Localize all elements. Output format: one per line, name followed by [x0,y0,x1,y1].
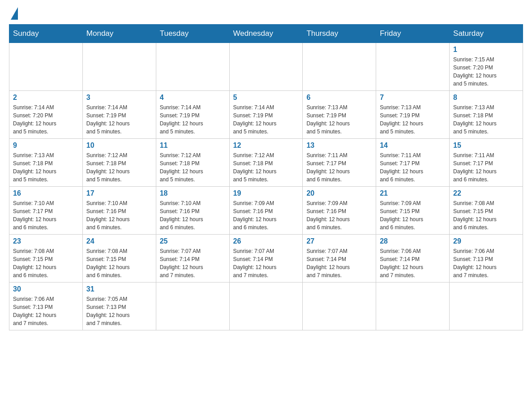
calendar-cell [303,43,376,91]
calendar-cell: 19Sunrise: 7:09 AM Sunset: 7:16 PM Dayli… [229,187,303,235]
calendar-cell [229,43,303,91]
day-info: Sunrise: 7:14 AM Sunset: 7:20 PM Dayligh… [13,103,79,136]
day-info: Sunrise: 7:13 AM Sunset: 7:19 PM Dayligh… [380,103,446,136]
day-info: Sunrise: 7:07 AM Sunset: 7:14 PM Dayligh… [233,247,299,279]
calendar-cell: 31Sunrise: 7:05 AM Sunset: 7:13 PM Dayli… [82,283,156,330]
day-number: 17 [86,189,152,197]
calendar-cell: 29Sunrise: 7:06 AM Sunset: 7:13 PM Dayli… [450,235,523,283]
calendar-cell: 28Sunrise: 7:06 AM Sunset: 7:14 PM Dayli… [376,235,450,283]
weekday-header-saturday: Saturday [450,25,523,43]
calendar-cell [156,283,229,330]
day-number: 8 [453,94,519,102]
day-number: 26 [233,237,299,245]
weekday-header-sunday: Sunday [9,25,83,43]
calendar-cell: 26Sunrise: 7:07 AM Sunset: 7:14 PM Dayli… [229,235,303,283]
day-number: 30 [13,285,79,293]
day-number: 7 [380,94,446,102]
calendar-cell: 12Sunrise: 7:12 AM Sunset: 7:18 PM Dayli… [229,139,303,187]
day-number: 15 [453,141,519,150]
day-info: Sunrise: 7:10 AM Sunset: 7:16 PM Dayligh… [86,199,152,231]
calendar-week-6: 30Sunrise: 7:06 AM Sunset: 7:13 PM Dayli… [9,283,523,330]
day-info: Sunrise: 7:05 AM Sunset: 7:13 PM Dayligh… [86,295,152,327]
day-number: 25 [160,237,226,245]
day-info: Sunrise: 7:12 AM Sunset: 7:18 PM Dayligh… [86,151,152,184]
calendar-cell [9,43,83,91]
day-number: 12 [233,141,299,150]
calendar-cell [82,43,156,91]
logo [9,9,18,20]
calendar-cell: 25Sunrise: 7:07 AM Sunset: 7:14 PM Dayli… [156,235,229,283]
day-number: 2 [13,94,79,102]
day-info: Sunrise: 7:14 AM Sunset: 7:19 PM Dayligh… [86,103,152,136]
calendar-table: SundayMondayTuesdayWednesdayThursdayFrid… [9,24,523,330]
day-number: 22 [453,189,519,197]
day-number: 29 [453,237,519,245]
calendar-cell [450,283,523,330]
day-info: Sunrise: 7:08 AM Sunset: 7:15 PM Dayligh… [453,199,519,231]
day-info: Sunrise: 7:14 AM Sunset: 7:19 PM Dayligh… [233,103,299,136]
calendar-week-2: 2Sunrise: 7:14 AM Sunset: 7:20 PM Daylig… [9,91,523,139]
calendar-cell [303,283,376,330]
calendar-cell: 13Sunrise: 7:11 AM Sunset: 7:17 PM Dayli… [303,139,376,187]
day-number: 5 [233,94,299,102]
day-number: 24 [86,237,152,245]
day-number: 20 [306,189,372,197]
day-info: Sunrise: 7:08 AM Sunset: 7:15 PM Dayligh… [13,247,79,279]
calendar-cell: 22Sunrise: 7:08 AM Sunset: 7:15 PM Dayli… [450,187,523,235]
calendar-cell: 8Sunrise: 7:13 AM Sunset: 7:18 PM Daylig… [450,91,523,139]
day-info: Sunrise: 7:10 AM Sunset: 7:16 PM Dayligh… [160,199,226,231]
day-number: 19 [233,189,299,197]
calendar-week-5: 23Sunrise: 7:08 AM Sunset: 7:15 PM Dayli… [9,235,523,283]
day-info: Sunrise: 7:14 AM Sunset: 7:19 PM Dayligh… [160,103,226,136]
day-info: Sunrise: 7:07 AM Sunset: 7:14 PM Dayligh… [306,247,372,279]
day-info: Sunrise: 7:13 AM Sunset: 7:19 PM Dayligh… [306,103,372,136]
calendar-cell: 21Sunrise: 7:09 AM Sunset: 7:15 PM Dayli… [376,187,450,235]
day-info: Sunrise: 7:09 AM Sunset: 7:16 PM Dayligh… [233,199,299,231]
day-info: Sunrise: 7:08 AM Sunset: 7:15 PM Dayligh… [86,247,152,279]
day-number: 1 [453,46,519,54]
calendar-cell: 6Sunrise: 7:13 AM Sunset: 7:19 PM Daylig… [303,91,376,139]
day-number: 21 [380,189,446,197]
day-info: Sunrise: 7:12 AM Sunset: 7:18 PM Dayligh… [233,151,299,184]
calendar-cell: 24Sunrise: 7:08 AM Sunset: 7:15 PM Dayli… [82,235,156,283]
calendar-cell: 9Sunrise: 7:13 AM Sunset: 7:18 PM Daylig… [9,139,83,187]
day-number: 14 [380,141,446,150]
calendar-cell: 17Sunrise: 7:10 AM Sunset: 7:16 PM Dayli… [82,187,156,235]
day-number: 16 [13,189,79,197]
calendar-cell: 27Sunrise: 7:07 AM Sunset: 7:14 PM Dayli… [303,235,376,283]
calendar-cell: 7Sunrise: 7:13 AM Sunset: 7:19 PM Daylig… [376,91,450,139]
calendar-cell: 15Sunrise: 7:11 AM Sunset: 7:17 PM Dayli… [450,139,523,187]
calendar-cell: 3Sunrise: 7:14 AM Sunset: 7:19 PM Daylig… [82,91,156,139]
day-number: 27 [306,237,372,245]
day-info: Sunrise: 7:09 AM Sunset: 7:15 PM Dayligh… [380,199,446,231]
calendar-cell: 30Sunrise: 7:06 AM Sunset: 7:13 PM Dayli… [9,283,83,330]
day-info: Sunrise: 7:12 AM Sunset: 7:18 PM Dayligh… [160,151,226,184]
day-number: 28 [380,237,446,245]
calendar-week-3: 9Sunrise: 7:13 AM Sunset: 7:18 PM Daylig… [9,139,523,187]
day-info: Sunrise: 7:10 AM Sunset: 7:17 PM Dayligh… [13,199,79,231]
calendar-cell: 14Sunrise: 7:11 AM Sunset: 7:17 PM Dayli… [376,139,450,187]
calendar-cell: 16Sunrise: 7:10 AM Sunset: 7:17 PM Dayli… [9,187,83,235]
calendar-cell [376,43,450,91]
day-number: 18 [160,189,226,197]
weekday-header-row: SundayMondayTuesdayWednesdayThursdayFrid… [9,25,523,43]
day-info: Sunrise: 7:06 AM Sunset: 7:13 PM Dayligh… [453,247,519,279]
calendar-cell: 1Sunrise: 7:15 AM Sunset: 7:20 PM Daylig… [450,43,523,91]
calendar-cell: 11Sunrise: 7:12 AM Sunset: 7:18 PM Dayli… [156,139,229,187]
weekday-header-tuesday: Tuesday [156,25,229,43]
calendar-cell: 2Sunrise: 7:14 AM Sunset: 7:20 PM Daylig… [9,91,83,139]
day-info: Sunrise: 7:06 AM Sunset: 7:13 PM Dayligh… [13,295,79,327]
calendar-cell: 20Sunrise: 7:09 AM Sunset: 7:16 PM Dayli… [303,187,376,235]
day-number: 31 [86,285,152,293]
day-number: 6 [306,94,372,102]
calendar-cell: 23Sunrise: 7:08 AM Sunset: 7:15 PM Dayli… [9,235,83,283]
day-info: Sunrise: 7:07 AM Sunset: 7:14 PM Dayligh… [160,247,226,279]
weekday-header-thursday: Thursday [303,25,376,43]
weekday-header-friday: Friday [376,25,450,43]
day-number: 11 [160,141,226,150]
calendar-body: 1Sunrise: 7:15 AM Sunset: 7:20 PM Daylig… [9,43,523,330]
day-info: Sunrise: 7:11 AM Sunset: 7:17 PM Dayligh… [380,151,446,184]
weekday-header-wednesday: Wednesday [229,25,303,43]
calendar-week-1: 1Sunrise: 7:15 AM Sunset: 7:20 PM Daylig… [9,43,523,91]
calendar-cell [229,283,303,330]
